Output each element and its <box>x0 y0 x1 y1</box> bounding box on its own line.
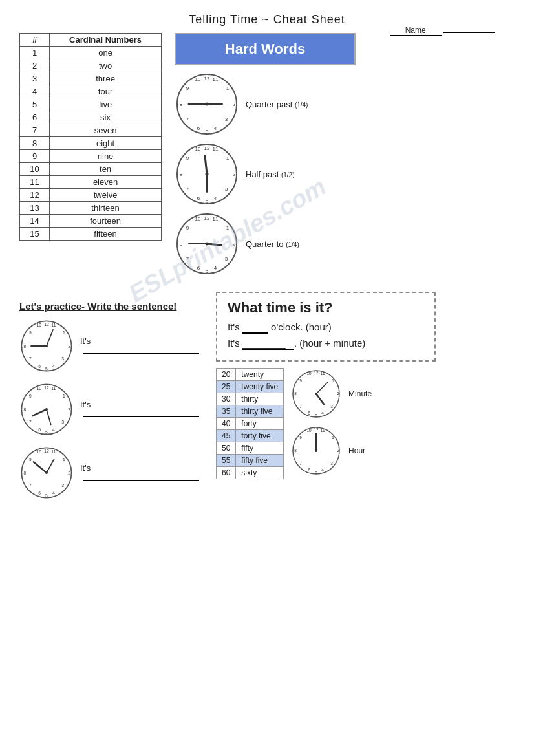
svg-text:7: 7 <box>186 186 189 192</box>
table-row: 12twelve <box>20 189 162 202</box>
row-word: fifteen <box>50 228 162 241</box>
cardinal-table-container: # Cardinal Numbers 1one2two3three4four5f… <box>19 33 162 281</box>
row-num: 10 <box>20 163 50 176</box>
col-header-word: Cardinal Numbers <box>50 34 162 47</box>
row-num: 13 <box>20 202 50 215</box>
svg-text:4: 4 <box>321 411 324 415</box>
hour-clock: 12 1 2 3 4 5 6 7 8 9 10 11 <box>290 425 342 477</box>
svg-text:12: 12 <box>44 449 49 453</box>
svg-text:8: 8 <box>180 102 183 107</box>
quarter-to-clock: 12 1 2 3 4 5 6 7 8 9 10 11 <box>175 211 239 276</box>
row-word: seven <box>50 124 162 137</box>
svg-text:7: 7 <box>186 116 189 122</box>
svg-text:9: 9 <box>29 457 32 462</box>
page-title: Telling Time ~ Cheat Sheet <box>189 13 345 26</box>
table-row: 11eleven <box>20 176 162 189</box>
minute-word: fifty five <box>236 455 284 467</box>
practice-clock-3-face: 12 1 2 3 4 5 6 7 8 9 10 11 <box>19 444 74 502</box>
svg-point-111 <box>315 393 317 395</box>
svg-point-15 <box>206 103 209 106</box>
svg-text:1: 1 <box>332 435 334 440</box>
row-num: 15 <box>20 228 50 241</box>
minute-num: 35 <box>217 405 236 418</box>
svg-text:5: 5 <box>45 430 48 435</box>
svg-text:3: 3 <box>225 256 228 262</box>
what-time-line-1: It's ___ o'clock. (hour) <box>228 321 424 334</box>
row-num: 6 <box>20 111 50 124</box>
table-row: 3three <box>20 72 162 85</box>
row-num: 8 <box>20 137 50 150</box>
svg-text:10: 10 <box>306 428 312 433</box>
svg-text:7: 7 <box>299 461 302 466</box>
practice-clock-1-face: 12 1 2 3 4 5 6 7 8 9 10 11 <box>19 317 74 375</box>
svg-text:9: 9 <box>299 378 302 383</box>
svg-text:3: 3 <box>61 356 64 361</box>
svg-text:11: 11 <box>51 449 56 454</box>
svg-text:5: 5 <box>206 129 209 135</box>
row-word: fourteen <box>50 215 162 228</box>
quarter-past-label: Quarter past (1/4) <box>246 100 308 109</box>
svg-text:12: 12 <box>44 385 49 390</box>
col-header-num: # <box>20 34 50 47</box>
svg-text:9: 9 <box>29 330 32 335</box>
minute-word: twenty five <box>236 381 284 393</box>
minute-num: 50 <box>217 442 236 455</box>
practice-2-its: It's <box>80 400 203 419</box>
row-num: 9 <box>20 150 50 163</box>
minute-num: 55 <box>217 455 236 467</box>
svg-point-95 <box>45 471 48 474</box>
what-time-line-2: It's ________. (hour + minute) <box>228 338 424 350</box>
half-past-label: Half past (1/2) <box>246 169 295 179</box>
svg-text:11: 11 <box>51 323 56 327</box>
row-num: 14 <box>20 215 50 228</box>
hard-words-box: Hard Words <box>175 33 356 65</box>
minute-word: fifty <box>236 442 284 455</box>
svg-text:6: 6 <box>38 491 41 495</box>
svg-text:8: 8 <box>180 241 183 247</box>
svg-point-127 <box>315 449 317 452</box>
minute-table-row: 35thirty five <box>217 405 284 418</box>
svg-text:6: 6 <box>38 427 41 432</box>
svg-text:10: 10 <box>306 371 312 376</box>
table-row: 14fourteen <box>20 215 162 228</box>
svg-text:9: 9 <box>299 435 302 440</box>
minute-label: Minute <box>348 389 372 398</box>
name-line: Name <box>390 26 495 36</box>
row-word: five <box>50 98 162 111</box>
svg-text:2: 2 <box>233 171 236 177</box>
svg-text:4: 4 <box>321 468 324 472</box>
svg-text:6: 6 <box>197 265 200 271</box>
row-num: 3 <box>20 72 50 85</box>
svg-text:7: 7 <box>29 483 32 488</box>
table-row: 9nine <box>20 150 162 163</box>
svg-text:11: 11 <box>320 428 325 433</box>
svg-text:2: 2 <box>337 391 339 396</box>
minute-word: forty <box>236 418 284 430</box>
minute-table: 20twenty25twenty five30thirty35thirty fi… <box>216 368 284 479</box>
svg-point-63 <box>45 345 48 347</box>
svg-text:11: 11 <box>213 146 219 152</box>
svg-text:7: 7 <box>299 404 302 409</box>
svg-text:7: 7 <box>29 356 32 361</box>
svg-text:2: 2 <box>68 471 70 475</box>
row-num: 12 <box>20 189 50 202</box>
svg-text:10: 10 <box>36 386 41 391</box>
minute-num: 30 <box>217 393 236 405</box>
row-word: four <box>50 85 162 98</box>
minute-table-row: 45forty five <box>217 430 284 442</box>
row-word: twelve <box>50 189 162 202</box>
row-num: 7 <box>20 124 50 137</box>
svg-text:6: 6 <box>308 468 310 472</box>
row-num: 5 <box>20 98 50 111</box>
svg-text:8: 8 <box>24 407 27 412</box>
row-word: two <box>50 59 162 72</box>
svg-text:12: 12 <box>204 215 210 221</box>
svg-text:1: 1 <box>63 394 65 398</box>
half-past-clock: 12 1 2 3 4 5 6 7 8 9 10 11 <box>175 142 239 206</box>
row-word: three <box>50 72 162 85</box>
table-row: 5five <box>20 98 162 111</box>
svg-text:5: 5 <box>45 493 48 498</box>
mini-clocks-col: 12 1 2 3 4 5 6 7 8 9 10 11 <box>290 368 372 477</box>
svg-text:12: 12 <box>314 371 319 375</box>
svg-text:1: 1 <box>63 330 65 335</box>
